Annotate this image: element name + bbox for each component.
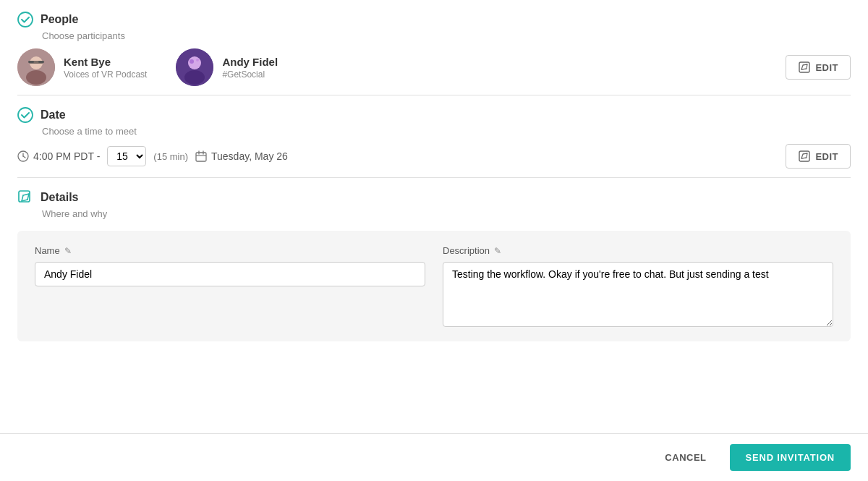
details-edit-icon [17, 190, 33, 205]
kent-subtitle: Voices of VR Podcast [64, 69, 147, 80]
avatar-kent [17, 48, 55, 86]
people-edit-label: EDIT [815, 62, 838, 73]
people-check-icon [17, 12, 33, 27]
svg-point-14 [18, 108, 33, 122]
details-subtitle: Where and why [42, 208, 851, 219]
svg-rect-18 [196, 153, 206, 161]
kent-info: Kent Bye Voices of VR Podcast [64, 56, 147, 80]
description-textarea[interactable]: Testing the workflow. Okay if you're fre… [443, 262, 833, 327]
name-label: Name ✎ [35, 245, 425, 256]
kent-name: Kent Bye [64, 56, 147, 68]
svg-line-26 [23, 194, 29, 195]
duration-select[interactable]: 15 30 45 60 [107, 146, 146, 166]
svg-point-3 [26, 70, 46, 85]
people-subtitle: Choose participants [42, 30, 851, 41]
svg-line-23 [801, 158, 807, 158]
svg-line-27 [27, 194, 29, 200]
time-text: 4:00 PM PDT - [17, 150, 100, 162]
details-section: Details Where and why Name ✎ Description… [0, 178, 868, 350]
svg-rect-6 [38, 61, 44, 63]
people-row: Kent Bye Voices of VR Podcast Andy F [17, 48, 851, 86]
name-input[interactable] [35, 262, 425, 286]
clock-icon [17, 150, 29, 162]
person-card-andy: Andy Fidel #GetSocial [176, 48, 278, 86]
svg-line-13 [801, 69, 807, 69]
date-subtitle: Choose a time to meet [42, 126, 851, 137]
svg-point-10 [190, 59, 194, 64]
svg-line-17 [23, 156, 25, 158]
date-edit-label: EDIT [815, 151, 838, 162]
time-label: 4:00 PM PDT - [33, 150, 100, 162]
date-display: Tuesday, May 26 [195, 150, 288, 162]
footer: CANCEL SEND INVITATION [0, 433, 868, 481]
send-invitation-button[interactable]: SEND INVITATION [730, 444, 851, 471]
andy-info: Andy Fidel #GetSocial [222, 56, 278, 80]
date-title: Date [41, 108, 66, 122]
people-header: People [17, 12, 851, 27]
svg-point-11 [196, 59, 199, 61]
name-pencil-icon: ✎ [64, 246, 72, 256]
svg-point-9 [184, 70, 205, 85]
svg-rect-5 [28, 61, 34, 63]
people-edit-button[interactable]: EDIT [786, 55, 851, 80]
svg-point-8 [188, 56, 201, 69]
description-pencil-icon: ✎ [494, 246, 501, 256]
details-header: Details [17, 190, 851, 205]
date-label: Tuesday, May 26 [211, 150, 288, 162]
avatar-andy [176, 48, 213, 86]
date-row: 4:00 PM PDT - 15 30 45 60 (15 min) Tuesd… [17, 144, 851, 169]
date-edit-icon [798, 150, 811, 163]
details-title: Details [41, 191, 78, 204]
svg-line-28 [22, 200, 27, 201]
date-header: Date [17, 107, 851, 123]
people-list: Kent Bye Voices of VR Podcast Andy F [17, 48, 278, 86]
date-section: Date Choose a time to meet 4:00 PM PDT -… [0, 95, 868, 177]
svg-line-25 [22, 195, 23, 201]
andy-subtitle: #GetSocial [222, 69, 278, 80]
people-edit-icon [798, 61, 811, 74]
date-edit-button[interactable]: EDIT [786, 144, 851, 169]
duration-text: (15 min) [153, 151, 188, 162]
date-check-icon [17, 107, 33, 123]
person-card-kent: Kent Bye Voices of VR Podcast [17, 48, 147, 86]
date-left: 4:00 PM PDT - 15 30 45 60 (15 min) Tuesd… [17, 146, 288, 166]
cancel-button[interactable]: CANCEL [656, 446, 715, 469]
people-title: People [41, 13, 78, 26]
andy-name: Andy Fidel [222, 56, 278, 68]
calendar-icon [195, 150, 207, 162]
description-label: Description ✎ [443, 245, 833, 256]
details-form: Name ✎ Description ✎ Testing the workflo… [17, 231, 851, 341]
name-field: Name ✎ [35, 245, 425, 327]
svg-rect-12 [799, 62, 809, 72]
svg-rect-22 [799, 151, 809, 161]
svg-point-0 [18, 12, 33, 27]
description-field: Description ✎ Testing the workflow. Okay… [443, 245, 833, 327]
people-section: People Choose participants Kent Bye [0, 0, 868, 95]
